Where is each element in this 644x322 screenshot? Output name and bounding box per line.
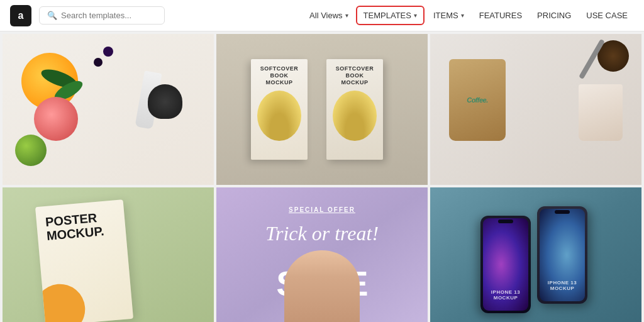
phone-notch-right (555, 210, 570, 214)
coffee-cup (579, 84, 623, 141)
iphone-label-right: IPHONE 13MOCKUP (537, 280, 587, 291)
nav-label-pricing: PRICING (537, 11, 571, 20)
gallery: SOFTCOVERBOOKMOCKUP SOFTCOVERBOOKMOCKUP … (0, 31, 644, 322)
book-wave-right (333, 91, 377, 141)
card-halloween[interactable]: SPECIAL OFFER Trick or treat! SALE (216, 187, 428, 322)
cosmetic-jar (148, 84, 182, 119)
nav-label-templates: TEMPLATES (364, 11, 411, 20)
card-poster[interactable]: Poster Mockup. (3, 187, 214, 322)
coffee-bag: Coffee. (449, 59, 506, 141)
all-views-label: All Views (309, 11, 343, 20)
book-wave-left (257, 91, 301, 141)
iphone-left: IPHONE 13MOCKUP (480, 216, 531, 313)
nav-item-use-case[interactable]: USE CASE (580, 7, 634, 24)
nav-label-features: FEATURES (479, 11, 522, 20)
card-cosmetics[interactable] (3, 34, 214, 185)
nav-item-templates[interactable]: TEMPLATES ▾ (356, 6, 425, 25)
card-iphone[interactable]: IPHONE 13MOCKUP IPHONE 13MOCKUP (430, 187, 641, 322)
nav-item-features[interactable]: FEATURES (473, 7, 528, 24)
lime-fruit (15, 135, 47, 166)
berry-2 (94, 58, 103, 67)
coffee-bag-label: Coffee. (467, 96, 488, 104)
book-right: SOFTCOVERBOOKMOCKUP (326, 59, 383, 160)
book-title-left: SOFTCOVERBOOKMOCKUP (260, 65, 299, 86)
card-book[interactable]: SOFTCOVERBOOKMOCKUP SOFTCOVERBOOKMOCKUP (216, 34, 428, 185)
berry-1 (103, 47, 113, 57)
person-silhouette (284, 250, 360, 322)
iphone-right: IPHONE 13MOCKUP (537, 206, 587, 304)
chevron-down-icon: ▾ (414, 12, 417, 19)
nav-item-pricing[interactable]: PRICING (531, 7, 577, 24)
poster-paper: Poster Mockup. (35, 199, 133, 322)
chevron-down-icon: ▾ (345, 12, 348, 19)
search-input[interactable] (61, 11, 149, 20)
book-title-right: SOFTCOVERBOOKMOCKUP (336, 65, 374, 86)
phone-notch-left (498, 219, 513, 223)
search-bar[interactable]: 🔍 (39, 6, 165, 25)
chevron-down-icon: ▾ (461, 12, 464, 19)
card-coffee[interactable]: Coffee. (430, 34, 641, 185)
halloween-script: Trick or treat! (216, 222, 428, 245)
halloween-person (216, 250, 428, 322)
iphone-label-left: IPHONE 13MOCKUP (480, 289, 531, 301)
main-nav: TEMPLATES ▾ ITEMS ▾ FEATURES PRICING USE… (356, 6, 634, 25)
nav-label-use-case: USE CASE (586, 11, 628, 20)
book-left: SOFTCOVERBOOKMOCKUP (251, 59, 308, 160)
nav-item-items[interactable]: ITEMS ▾ (427, 7, 470, 24)
grapefruit-fruit (34, 97, 78, 141)
header: a 🔍 All Views ▾ TEMPLATES ▾ ITEMS ▾ FEAT… (0, 0, 644, 31)
logo[interactable]: a (10, 5, 31, 26)
nav-label-items: ITEMS (433, 11, 458, 20)
halloween-special-offer: SPECIAL OFFER (216, 206, 428, 213)
search-icon: 🔍 (47, 11, 57, 20)
all-views-dropdown[interactable]: All Views ▾ (309, 11, 348, 20)
